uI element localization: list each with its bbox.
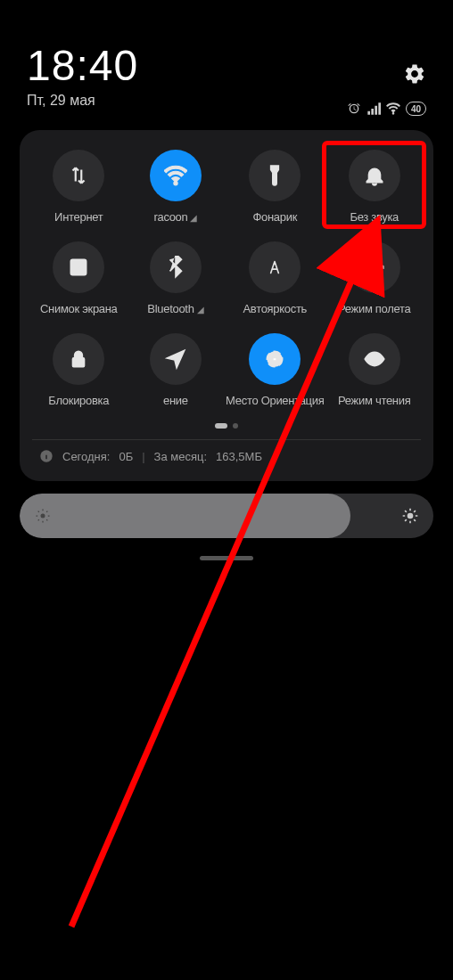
bluetooth-icon [150,241,202,293]
lock-icon [53,333,104,385]
clock-date: Пт, 29 мая [27,93,138,109]
svg-line-26 [414,510,416,512]
tile-lock[interactable]: Блокировка [32,333,126,407]
tile-auto-brightness[interactable]: Автояркость [226,241,324,315]
quick-settings-panel: Интернет racoon◢ Фонарик Без звука [20,130,433,481]
location-icon [150,333,202,385]
auto-brightness-icon [249,241,301,293]
settings-icon[interactable] [403,62,426,86]
screenshot-icon [53,241,104,293]
bell-icon [349,150,400,201]
eye-icon [349,333,400,385]
svg-line-14 [38,511,39,512]
battery-indicator: 40 [406,102,426,116]
svg-rect-6 [273,357,276,361]
svg-line-17 [46,511,47,512]
svg-line-15 [46,519,47,520]
month-label: За месяц: [154,450,207,463]
tile-label: ение [163,394,188,407]
brightness-slider[interactable] [20,494,433,538]
wifi-icon [150,150,202,201]
tile-flashlight[interactable]: Фонарик [226,150,324,224]
panel-handle[interactable] [200,556,253,560]
svg-line-24 [414,519,416,521]
status-bar: 40 [347,102,426,116]
brightness-fill [20,494,350,538]
tile-label: Без звука [350,210,399,224]
svg-rect-1 [71,259,86,274]
svg-point-9 [41,514,45,519]
svg-line-25 [405,519,407,521]
flashlight-icon [249,150,301,201]
brightness-low-icon [34,507,52,525]
tile-wifi[interactable]: racoon◢ [129,150,223,224]
rotation-lock-icon [249,333,301,385]
tile-label: Место Ориентация [226,394,324,407]
alarm-icon [347,102,361,116]
tile-label: Снимок экрана [40,302,118,315]
clock-time: 18:40 [27,45,138,87]
tile-label: Режим полета [338,302,411,315]
tile-bluetooth[interactable]: Bluetooth◢ [129,241,223,315]
tile-label: Блокировка [48,394,109,407]
svg-rect-4 [73,358,85,367]
page-indicator [32,423,421,429]
svg-line-16 [38,519,39,520]
tile-internet[interactable]: Интернет [32,150,126,224]
quick-settings-grid: Интернет racoon◢ Фонарик Без звука [32,150,421,407]
tile-label: Фонарик [252,210,297,224]
tile-label: Режим чтения [338,394,410,407]
tile-mute[interactable]: Без звука [327,150,421,224]
tile-reading-mode[interactable]: Режим чтения [327,333,421,407]
tile-screenshot[interactable]: Снимок экрана [32,241,126,315]
svg-point-18 [408,513,414,519]
svg-point-7 [371,356,377,363]
signal-icon [367,102,381,116]
tile-label: Bluetooth◢ [147,302,203,315]
svg-point-2 [75,268,78,271]
data-usage-row[interactable]: Сегодня: 0Б | За месяц: 163,5МБ [32,439,421,469]
month-value: 163,5МБ [216,450,262,463]
tile-airplane-mode[interactable]: Режим полета [327,241,421,315]
today-value: 0Б [119,450,133,463]
tile-label: racoon◢ [153,210,197,224]
tile-location[interactable]: ение [129,333,223,407]
svg-point-3 [79,268,82,271]
brightness-high-icon [401,507,419,525]
airplane-icon [349,241,400,293]
tile-label: Автояркость [243,302,307,315]
today-label: Сегодня: [62,450,110,463]
svg-line-23 [405,510,407,512]
wifi-status-icon [386,102,400,116]
info-icon [39,449,54,463]
tile-orientation[interactable]: Место Ориентация [226,333,324,407]
data-arrows-icon [53,150,104,201]
tile-label: Интернет [54,210,103,224]
